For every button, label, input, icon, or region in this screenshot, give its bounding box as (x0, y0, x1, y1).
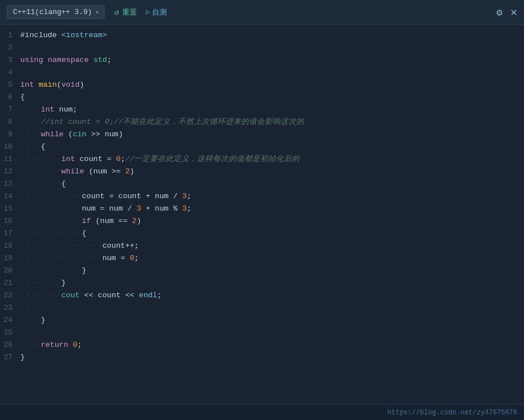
code-line: 13 ········{ (0, 178, 524, 190)
lang-label: C++11(clang++ 3.9) (13, 8, 92, 16)
code-line: 12 ········while (num >= 2) (0, 166, 524, 178)
code-line: 18 ················count++; (0, 240, 524, 252)
code-line: 11 ········int count = 0;//一定要在此定义，这样每次的… (0, 153, 524, 166)
code-line: 20 ············} (0, 265, 524, 277)
code-line: 3 using namespace std; (0, 54, 524, 66)
toolbar-left: C++11(clang++ 3.9) ▾ ↺ 重置 ▷ 自测 (7, 5, 167, 19)
reset-label: 重置 (122, 7, 137, 17)
code-line: 2 (0, 42, 524, 54)
code-line: 22 ········cout << count << endl; (0, 289, 524, 302)
lang-selector[interactable]: C++11(clang++ 3.9) ▾ (7, 5, 105, 19)
fullscreen-icon[interactable]: ✕ (510, 5, 517, 19)
code-line: 15 ············num = num / 3 + num % 3; (0, 203, 524, 215)
self-test-label: 自测 (152, 7, 167, 17)
code-line: 8 ····//int count = 0;//不能在此定义，不然上次循环进来的… (0, 116, 524, 128)
code-line: 24 ····} (0, 314, 524, 327)
self-test-icon: ▷ (146, 8, 150, 16)
code-line: 16 ············if (num == 2) (0, 215, 524, 227)
code-line: 21 ········} (0, 277, 524, 289)
code-line: 17 ············{ (0, 227, 524, 240)
code-line: 19 ················num = 0; (0, 252, 524, 265)
code-line: 10 ····{ (0, 141, 524, 153)
lang-arrow-icon: ▾ (95, 9, 99, 16)
status-url: https://blog.csdn.net/zy47675676 (388, 409, 517, 417)
code-line: 4 (0, 66, 524, 79)
code-line: 25 (0, 327, 524, 339)
self-test-button[interactable]: ▷ 自测 (146, 7, 167, 17)
reset-button[interactable]: ↺ 重置 (114, 7, 136, 17)
settings-icon[interactable]: ⚙ (496, 6, 503, 19)
reset-icon: ↺ (114, 7, 118, 17)
code-line: 9 ····while (cin >> num) (0, 128, 524, 141)
toolbar: C++11(clang++ 3.9) ▾ ↺ 重置 ▷ 自测 ⚙ ✕ (0, 0, 524, 25)
status-bar: https://blog.csdn.net/zy47675676 (0, 404, 524, 420)
code-line: 5 int main(void) (0, 79, 524, 91)
code-line: 23 ········ (0, 302, 524, 314)
code-line: 7 ····int num; (0, 104, 524, 116)
code-line: 1 #include <iostream> (0, 29, 524, 42)
code-line: 14 ············count = count + num / 3; (0, 190, 524, 203)
code-line: 6 { (0, 91, 524, 104)
code-line: 26 ····return 0; (0, 339, 524, 351)
code-line: 27 } (0, 351, 524, 364)
toolbar-right: ⚙ ✕ (496, 5, 517, 19)
code-editor[interactable]: 1 #include <iostream> 2 3 using namespac… (0, 25, 524, 404)
